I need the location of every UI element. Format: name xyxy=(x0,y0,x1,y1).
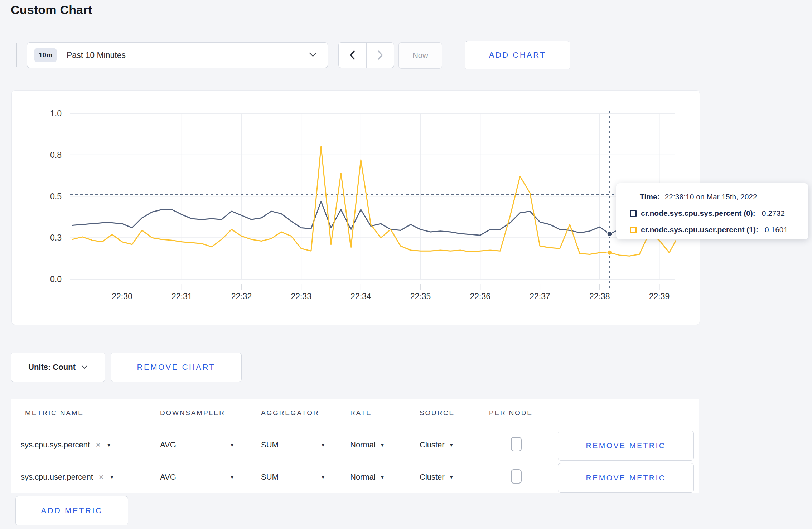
source-value: Cluster xyxy=(420,472,445,482)
aggregator-select[interactable]: SUM ▼ xyxy=(261,472,325,482)
metric-name-select[interactable]: sys.cpu.sys.percent xyxy=(21,440,90,450)
add-metric-button[interactable]: ADD METRIC xyxy=(15,496,128,525)
chevron-down-icon xyxy=(309,52,317,58)
y-axis-label: 0.8 xyxy=(50,150,62,160)
toolbar-divider xyxy=(16,43,17,67)
source-select[interactable]: Cluster ▼ xyxy=(420,440,454,450)
per-node-checkbox[interactable] xyxy=(511,469,522,484)
x-axis-label: 22:37 xyxy=(530,292,550,301)
x-axis-label: 22:35 xyxy=(410,292,431,301)
dropdown-caret-icon: ▼ xyxy=(229,442,235,447)
x-axis-label: 22:36 xyxy=(470,292,491,301)
x-axis-label: 22:31 xyxy=(171,292,192,301)
metric-name-select[interactable]: sys.cpu.user.percent xyxy=(21,472,93,482)
aggregator-select[interactable]: SUM ▼ xyxy=(261,440,325,450)
prev-interval-button[interactable] xyxy=(339,43,367,68)
x-axis-label: 22:38 xyxy=(589,292,610,301)
highlighted-point-1 xyxy=(607,250,612,255)
tooltip-series-name: cr.node.sys.cpu.sys.percent (0): xyxy=(641,209,755,218)
rate-value: Normal xyxy=(350,440,376,450)
remove-chart-button[interactable]: REMOVE CHART xyxy=(111,353,242,382)
now-button[interactable]: Now xyxy=(398,42,442,69)
dropdown-caret-icon: ▼ xyxy=(380,442,385,447)
col-header-aggregator: AGGREGATOR xyxy=(261,409,319,417)
time-range-badge: 10m xyxy=(34,48,57,62)
aggregator-value: SUM xyxy=(261,440,279,450)
time-range-label: Past 10 Minutes xyxy=(67,50,309,60)
next-interval-button[interactable] xyxy=(367,43,394,68)
x-axis-label: 22:33 xyxy=(291,292,311,301)
rate-select[interactable]: Normal ▼ xyxy=(350,472,385,482)
tooltip-series-name: cr.node.sys.cpu.user.percent (1): xyxy=(641,225,758,234)
dropdown-caret-icon[interactable]: ▼ xyxy=(106,442,111,447)
chevron-down-icon xyxy=(81,364,88,370)
tooltip-series-value: 0.2732 xyxy=(762,209,785,218)
col-header-downsampler: DOWNSAMPLER xyxy=(160,409,225,417)
series-line-0 xyxy=(72,201,679,235)
y-axis-label: 0.0 xyxy=(50,275,62,284)
dropdown-caret-icon: ▼ xyxy=(229,475,235,480)
time-pager xyxy=(338,42,394,68)
series-line-1 xyxy=(72,147,679,256)
timeseries-chart[interactable]: 0.00.30.50.81.022:3022:3122:3222:3322:34… xyxy=(12,91,700,325)
chevron-left-icon xyxy=(349,50,355,60)
remove-metric-button[interactable]: REMOVE METRIC xyxy=(558,431,694,461)
tooltip-time-value: 22:38:10 on Mar 15th, 2022 xyxy=(665,193,757,201)
x-axis-label: 22:30 xyxy=(112,292,132,301)
col-header-source: SOURCE xyxy=(420,409,455,417)
table-row: sys.cpu.sys.percent × ▼ xyxy=(21,440,111,450)
col-header-per-node: PER NODE xyxy=(489,409,533,417)
dropdown-caret-icon: ▼ xyxy=(320,442,325,447)
add-chart-button[interactable]: ADD CHART xyxy=(465,41,570,69)
dropdown-caret-icon: ▼ xyxy=(449,442,454,447)
rate-value: Normal xyxy=(350,472,376,482)
highlighted-point-0 xyxy=(607,232,612,237)
chart-card: 0.00.30.50.81.022:3022:3122:3222:3322:34… xyxy=(11,90,700,325)
clear-metric-icon[interactable]: × xyxy=(96,441,101,449)
x-axis-label: 22:34 xyxy=(351,292,371,301)
time-range-select[interactable]: 10m Past 10 Minutes xyxy=(27,42,328,68)
dropdown-caret-icon: ▼ xyxy=(320,475,325,480)
chevron-right-icon xyxy=(377,50,383,60)
rate-select[interactable]: Normal ▼ xyxy=(350,440,385,450)
chart-tooltip: Time: 22:38:10 on Mar 15th, 2022 cr.node… xyxy=(616,183,808,239)
y-axis-label: 0.3 xyxy=(50,233,62,242)
series-sys-swatch-icon xyxy=(630,210,637,217)
table-row: sys.cpu.user.percent × ▼ xyxy=(21,472,115,482)
col-header-rate: RATE xyxy=(350,409,372,417)
series-user-swatch-icon xyxy=(630,227,637,233)
col-header-metric-name: METRIC NAME xyxy=(25,409,84,417)
x-axis-label: 22:32 xyxy=(231,292,252,301)
dropdown-caret-icon: ▼ xyxy=(449,475,454,480)
y-axis-label: 0.5 xyxy=(50,192,62,201)
units-label: Units: Count xyxy=(28,363,76,372)
custom-chart-page: Custom Chart 10m Past 10 Minutes Now ADD… xyxy=(0,0,812,529)
x-axis-label: 22:39 xyxy=(649,292,670,301)
downsampler-select[interactable]: AVG ▼ xyxy=(160,440,235,450)
source-select[interactable]: Cluster ▼ xyxy=(420,472,454,482)
aggregator-value: SUM xyxy=(261,472,279,482)
units-select[interactable]: Units: Count xyxy=(11,353,105,382)
dropdown-caret-icon[interactable]: ▼ xyxy=(110,475,115,480)
downsampler-value: AVG xyxy=(160,440,176,450)
downsampler-select[interactable]: AVG ▼ xyxy=(160,472,235,482)
dropdown-caret-icon: ▼ xyxy=(380,475,385,480)
remove-metric-button[interactable]: REMOVE METRIC xyxy=(558,463,694,493)
y-axis-label: 1.0 xyxy=(50,109,62,118)
clear-metric-icon[interactable]: × xyxy=(99,473,104,481)
tooltip-series-value: 0.1601 xyxy=(765,225,788,234)
source-value: Cluster xyxy=(420,440,445,450)
tooltip-time-label: Time: xyxy=(640,193,660,201)
per-node-checkbox[interactable] xyxy=(511,437,522,451)
page-title: Custom Chart xyxy=(11,3,92,17)
downsampler-value: AVG xyxy=(160,472,176,482)
